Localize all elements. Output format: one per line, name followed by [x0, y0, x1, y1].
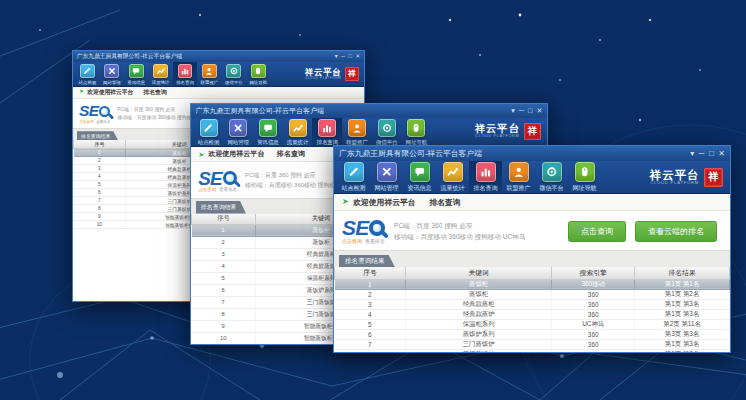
wechat-icon [378, 119, 396, 137]
minimize-icon[interactable]: ─ [699, 150, 705, 158]
close-icon[interactable]: ✕ [355, 54, 360, 60]
maximize-icon[interactable]: □ [709, 150, 714, 158]
table-cell-no: 6 [335, 329, 406, 339]
toolbar-item-7[interactable]: 微信平台 [535, 161, 568, 193]
view-cloud-rank-button[interactable]: 查看云端的排名 [635, 221, 717, 242]
toolbar-item-7[interactable]: 微信平台 [222, 62, 246, 85]
seo-wordmark: SE [79, 104, 98, 118]
toolbar-item-label: 资讯信息 [127, 80, 145, 85]
toolbar-item-8[interactable]: 网址导航 [402, 118, 432, 147]
skin-menu-icon[interactable]: ▾ [335, 54, 338, 60]
toolbar-item-5[interactable]: 排名查询 [469, 161, 502, 193]
welcome-text: 欢迎使用祥云平台 [208, 149, 264, 159]
message-icon [129, 64, 144, 79]
traffic-chart-icon [153, 64, 168, 79]
minimize-icon[interactable]: ─ [341, 54, 345, 60]
skin-menu-icon[interactable]: ▾ [511, 107, 515, 114]
tab-rank-results[interactable]: 排名查询结果 [77, 131, 118, 140]
site-check-icon [200, 119, 218, 137]
title-bar[interactable]: 广东九鼎王厨具有限公司-祥云平台客户端 ▾ ─ □ ✕ [191, 104, 547, 118]
site-manage-icon [377, 162, 397, 182]
table-cell-no: 4 [74, 173, 126, 181]
brand-seal-icon: 祥 [524, 123, 541, 140]
site-manage-icon [229, 119, 247, 137]
rank-bars-icon [476, 162, 496, 182]
toolbar-item-1[interactable]: 站点检测 [75, 62, 99, 85]
toolbar-item-1[interactable]: 站点检测 [194, 118, 224, 147]
rank-bars-icon [178, 64, 193, 79]
toolbar: 站点检测网站管理资讯信息流量统计排名查询联盟推广微信平台网址导航 祥云平台 CL… [73, 62, 364, 86]
skin-menu-icon[interactable]: ▾ [690, 150, 694, 158]
window-title: 广东九鼎王厨具有限公司-祥云平台客户端 [196, 106, 325, 116]
toolbar-item-3[interactable]: 资讯信息 [253, 118, 283, 147]
toolbar-item-3[interactable]: 资讯信息 [403, 161, 436, 193]
table-cell-rank: 第2页 第11名 [635, 319, 730, 329]
table-row[interactable]: 4经典款蒸炉360第1页 第3名 [335, 309, 730, 319]
toolbar-item-4[interactable]: 流量统计 [148, 62, 172, 85]
magnifier-icon [223, 171, 237, 185]
tab-rank-results[interactable]: 排名查询结果 [196, 201, 246, 214]
toolbar-item-5[interactable]: 排名查询 [173, 62, 197, 85]
table-row[interactable]: 1蒸饭柜360移动第1页 第1名 [335, 279, 730, 289]
close-icon[interactable]: ✕ [536, 107, 542, 114]
table-row[interactable]: 3经典款蒸柜360第1页 第3名 [335, 299, 730, 309]
app-window-front[interactable]: 广东九鼎王厨具有限公司-祥云平台客户端 ▾ ─ □ ✕ 站点检测网站管理资讯信息… [333, 145, 731, 353]
table-cell-engine: 360 [552, 349, 635, 352]
toolbar-item-5[interactable]: 排名查询 [312, 118, 342, 147]
close-icon[interactable]: ✕ [718, 150, 725, 158]
query-button[interactable]: 点击查询 [568, 221, 626, 242]
magnifier-icon [369, 220, 385, 236]
table-row[interactable]: 2蒸饭柜360第1页 第2名 [335, 289, 730, 299]
brand-subtitle: CLOUD PLATFORM [305, 77, 341, 80]
title-bar[interactable]: 广东九鼎王厨具有限公司-祥云平台客户端 ▾ ─ □ ✕ [334, 146, 730, 161]
toolbar-item-label: 排名查询 [474, 184, 498, 193]
toolbar-item-8[interactable]: 网址导航 [246, 62, 270, 85]
brand-logo: 祥云平台 CLOUD PLATFORM 祥 [475, 118, 544, 147]
table-cell-engine: 360 [552, 289, 635, 299]
toolbar-item-2[interactable]: 网站管理 [100, 62, 124, 85]
table-cell-no: 7 [335, 339, 406, 349]
mouse-nav-icon [575, 162, 595, 182]
toolbar-item-6[interactable]: 联盟推广 [342, 118, 372, 147]
site-check-icon [344, 162, 364, 182]
title-bar[interactable]: 广东九鼎王厨具有限公司-祥云平台客户端 ▾ ─ □ ✕ [73, 51, 364, 62]
desktop-background: 广东九鼎王厨具有限公司-祥云平台客户端 ▾ ─ □ ✕ 站点检测网站管理资讯信息… [0, 0, 746, 400]
maximize-icon[interactable]: □ [528, 107, 532, 114]
seo-wordmark: SE [198, 170, 222, 187]
table-row[interactable]: 7三门蒸饭炉360第1页 第3名 [335, 339, 730, 349]
toolbar-item-label: 站点检测 [79, 80, 97, 85]
toolbar-item-4[interactable]: 流量统计 [283, 118, 313, 147]
rank-table: 序号 关键词 搜索引擎 排名结果 1蒸饭柜360移动第1页 第1名2蒸饭柜360… [334, 267, 730, 352]
toolbar-item-3[interactable]: 资讯信息 [124, 62, 148, 85]
seo-logo: SE 点击查询查看排名 [198, 170, 237, 193]
table-cell-no: 10 [192, 332, 256, 344]
table-body: 1蒸饭柜360移动第1页 第1名2蒸饭柜360第1页 第2名3经典款蒸柜360第… [335, 279, 730, 352]
minimize-icon[interactable]: ─ [519, 107, 524, 114]
table-cell-keyword: 三门蒸饭炉 [406, 339, 552, 349]
green-arrow-icon: ➤ [79, 89, 84, 95]
tab-rank-results[interactable]: 排名查询结果 [339, 255, 395, 268]
table-cell-rank: 第1页 第2名 [635, 349, 730, 352]
toolbar-item-6[interactable]: 联盟推广 [197, 62, 221, 85]
table-cell-rank: 第1页 第2名 [635, 289, 730, 299]
maximize-icon[interactable]: □ [348, 54, 352, 60]
toolbar-item-1[interactable]: 站点检测 [337, 161, 370, 193]
pc-engines-line: PC端：百度 360 搜狗 必应 [394, 221, 526, 232]
toolbar-item-8[interactable]: 网址导航 [568, 161, 601, 193]
window-controls: ▾ ─ □ ✕ [335, 54, 361, 60]
table-cell-no: 9 [192, 320, 256, 332]
toolbar-item-6[interactable]: 联盟推广 [502, 161, 535, 193]
table-row[interactable]: 6蒸饭炉系列360第3页 第3名 [335, 329, 730, 339]
col-header-index: 序号 [192, 214, 256, 224]
toolbar: 站点检测网站管理资讯信息流量统计排名查询联盟推广微信平台网址导航 祥云平台 CL… [191, 118, 547, 148]
table-row[interactable]: 8三门蒸饭炉360第1页 第2名 [335, 349, 730, 352]
toolbar-item-label: 联盟推广 [507, 184, 531, 193]
toolbar-item-2[interactable]: 网站管理 [370, 161, 403, 193]
window-title: 广东九鼎王厨具有限公司-祥云平台客户端 [339, 148, 482, 159]
toolbar-item-4[interactable]: 流量统计 [436, 161, 469, 193]
welcome-bar: ➤ 欢迎使用祥云平台 排名查询 [73, 87, 364, 100]
toolbar-item-7[interactable]: 微信平台 [372, 118, 402, 147]
seo-logo: SE 点击查询查看排名 [79, 104, 111, 124]
table-row[interactable]: 5保温柜系列UC神马第2页 第11名 [335, 319, 730, 329]
toolbar-item-2[interactable]: 网站管理 [223, 118, 253, 147]
